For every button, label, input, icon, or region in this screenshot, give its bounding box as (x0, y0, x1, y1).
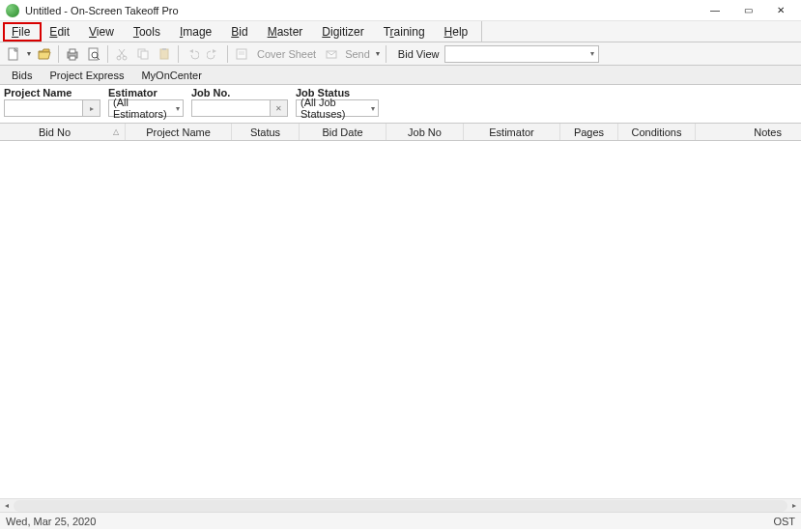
scroll-right-icon[interactable]: ▸ (787, 500, 801, 512)
status-date: Wed, Mar 25, 2020 (6, 516, 96, 527)
filter-job-no-clear[interactable]: ✕ (271, 99, 288, 117)
menu-bar: File Edit View Tools Image Bid Master Di… (0, 21, 801, 42)
print-preview-icon (87, 47, 100, 61)
filter-estimator-select[interactable]: (All Estimators) (108, 99, 184, 117)
open-folder-icon (38, 47, 51, 61)
menu-file[interactable]: File (2, 21, 40, 42)
cover-sheet-icon (235, 47, 248, 61)
print-preview-button[interactable] (84, 44, 103, 64)
filter-bar: Project Name ▸ Estimator (All Estimators… (0, 85, 801, 124)
window-title: Untitled - On-Screen Takeoff Pro (25, 5, 179, 16)
col-project-name[interactable]: Project Name (126, 124, 232, 140)
col-conditions[interactable]: Conditions (618, 124, 696, 140)
svg-rect-3 (70, 49, 75, 53)
subtabs: Bids Project Express MyOnCenter (0, 66, 801, 85)
maximize-button[interactable]: ▭ (731, 1, 764, 20)
cut-button[interactable] (112, 44, 131, 64)
send-label: Send (343, 48, 372, 60)
paste-icon (157, 47, 171, 61)
new-file-icon (7, 47, 20, 61)
menu-edit[interactable]: Edit (40, 21, 79, 42)
close-button[interactable]: ✕ (764, 1, 797, 20)
col-status[interactable]: Status (232, 124, 300, 140)
undo-icon (186, 47, 199, 61)
redo-button[interactable] (204, 44, 223, 64)
undo-button[interactable] (183, 44, 202, 64)
tab-myoncenter[interactable]: MyOnCenter (141, 70, 201, 81)
svg-rect-14 (160, 49, 168, 59)
svg-marker-17 (213, 49, 216, 53)
filter-project-name-label: Project Name (4, 87, 100, 98)
menu-image[interactable]: Image (170, 21, 221, 42)
minimize-button[interactable]: — (699, 1, 731, 20)
col-bid-date[interactable]: Bid Date (300, 124, 386, 140)
svg-rect-5 (89, 48, 98, 60)
copy-icon (136, 47, 150, 61)
send-dropdown[interactable]: ▼ (374, 50, 382, 57)
col-job-no[interactable]: Job No (386, 124, 464, 140)
tab-bids[interactable]: Bids (12, 70, 32, 81)
scroll-track[interactable] (14, 500, 787, 512)
cover-sheet-button[interactable] (232, 44, 251, 64)
grid-header: Bid No Project Name Status Bid Date Job … (0, 124, 801, 141)
menu-tools[interactable]: Tools (124, 21, 170, 42)
app-icon (6, 4, 19, 17)
menu-bid[interactable]: Bid (221, 21, 257, 42)
status-right: OST (773, 516, 795, 527)
status-bar: Wed, Mar 25, 2020 OST (0, 512, 801, 529)
menu-training[interactable]: Training (374, 21, 435, 42)
send-icon (325, 47, 338, 61)
send-button[interactable] (322, 44, 341, 64)
print-icon (66, 47, 79, 61)
grid-body (0, 141, 801, 498)
new-dropdown[interactable]: ▼ (25, 50, 33, 57)
horizontal-scrollbar[interactable]: ◂ ▸ (0, 498, 801, 512)
print-button[interactable] (63, 44, 82, 64)
col-estimator[interactable]: Estimator (464, 124, 560, 140)
bid-view-select[interactable] (444, 45, 599, 63)
svg-rect-13 (141, 51, 148, 59)
col-pages[interactable]: Pages (560, 124, 618, 140)
menu-master[interactable]: Master (258, 21, 313, 42)
scroll-left-icon[interactable]: ◂ (0, 500, 14, 512)
svg-rect-4 (70, 56, 75, 60)
new-button[interactable] (4, 44, 23, 64)
filter-job-no-input[interactable] (191, 99, 271, 117)
col-notes[interactable]: Notes (696, 124, 801, 140)
filter-project-name-input[interactable] (4, 99, 83, 117)
menu-view[interactable]: View (79, 21, 124, 42)
tab-project-express[interactable]: Project Express (49, 70, 124, 81)
toolbar: ▼ Cover Sheet Send ▼ Bid View (0, 42, 801, 66)
bid-view-label: Bid View (390, 48, 443, 60)
filter-job-no-label: Job No. (191, 87, 288, 98)
filter-project-name-go[interactable]: ▸ (83, 99, 100, 117)
filter-job-status-select[interactable]: (All Job Statuses) (296, 99, 379, 117)
svg-rect-15 (162, 48, 166, 50)
cover-sheet-label: Cover Sheet (253, 48, 320, 60)
open-button[interactable] (35, 44, 54, 64)
copy-button[interactable] (133, 44, 153, 64)
cut-icon (115, 47, 129, 61)
redo-icon (207, 47, 220, 61)
paste-button[interactable] (155, 44, 174, 64)
col-bid-no[interactable]: Bid No (0, 124, 126, 140)
menu-digitizer[interactable]: Digitizer (312, 21, 373, 42)
menu-help[interactable]: Help (435, 21, 478, 42)
svg-marker-16 (189, 49, 193, 53)
